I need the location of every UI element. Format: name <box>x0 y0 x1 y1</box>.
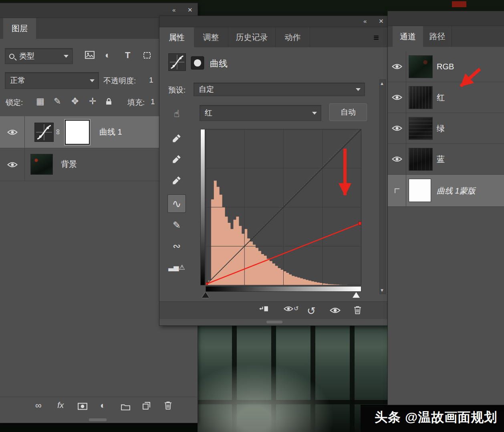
channel-dropdown[interactable]: 红 <box>200 105 321 121</box>
edit-points-tool[interactable]: ∿ <box>167 194 186 213</box>
properties-panel: « ✕ 属性 调整 历史记录 动作 ≡ 曲线 预设: <box>159 16 388 325</box>
lock-all-icon[interactable] <box>106 97 112 107</box>
layer-visibility-toggle[interactable] <box>0 116 25 148</box>
channel-visibility-toggle[interactable] <box>388 113 406 143</box>
collapse-panel-icon[interactable]: « <box>172 6 175 14</box>
channel-name: 曲线 1蒙版 <box>437 185 476 196</box>
layer-mask-thumbnail[interactable] <box>65 120 90 145</box>
blend-mode-dropdown[interactable]: 正常 <box>5 72 99 89</box>
tab-paths[interactable]: 路径 <box>423 26 452 47</box>
opacity-value[interactable]: 1 <box>149 76 153 85</box>
eye-icon <box>392 125 402 131</box>
new-layer-icon[interactable] <box>143 402 150 412</box>
channels-panel-header <box>388 11 504 26</box>
channel-visibility-toggle[interactable] <box>388 51 406 82</box>
panel-resize-handle[interactable] <box>266 321 282 323</box>
delete-layer-icon[interactable] <box>164 401 172 412</box>
auto-button[interactable]: 自动 <box>329 103 367 121</box>
layer-name[interactable]: 曲线 1 <box>99 127 122 137</box>
lock-position-icon[interactable]: ✥ <box>71 96 79 107</box>
curves-adjustment-thumbnail[interactable] <box>34 123 54 142</box>
toggle-visibility-button[interactable] <box>330 307 341 314</box>
curve-point[interactable] <box>359 222 361 225</box>
mask-channel-thumbnail <box>409 179 431 202</box>
targeted-adjustment-tool[interactable]: ☝ <box>167 105 186 123</box>
tab-properties[interactable]: 属性 <box>159 27 194 47</box>
eye-icon <box>392 63 402 70</box>
gray-point-eyedropper[interactable] <box>167 150 186 168</box>
smooth-icon: ∾ <box>173 240 181 252</box>
scroll-up-arrow[interactable]: ▲ <box>380 81 385 86</box>
layer-style-fx-icon[interactable]: fx <box>57 400 64 410</box>
new-group-icon[interactable] <box>121 402 130 413</box>
document-photo <box>198 325 388 432</box>
lock-artboard-icon[interactable]: ✛ <box>89 96 96 107</box>
channel-thumbnail <box>409 148 433 171</box>
black-point-eyedropper[interactable] <box>167 129 186 147</box>
filter-pixel-layers-icon[interactable] <box>85 51 95 61</box>
tab-history[interactable]: 历史记录 <box>228 27 276 47</box>
channel-visibility-toggle[interactable] <box>388 82 406 113</box>
opacity-label: 不透明度: <box>103 76 136 86</box>
tab-layers[interactable]: 图层 <box>3 18 36 39</box>
eye-icon <box>7 129 18 135</box>
lock-pixels-icon[interactable]: ✎ <box>54 96 61 107</box>
view-previous-state-button[interactable]: ↺ <box>284 305 299 312</box>
eyedropper-icon <box>172 155 181 164</box>
channel-row-red[interactable]: 红 <box>388 82 504 113</box>
channel-row-rgb[interactable]: RGB <box>388 51 504 82</box>
preset-label: 预设: <box>168 85 185 95</box>
collapse-panel-icon[interactable]: « <box>363 17 367 25</box>
fill-label: 填充: <box>127 97 145 108</box>
layer-mask-link-icon[interactable]: ∞ <box>54 129 62 135</box>
eye-icon <box>392 156 402 162</box>
layer-visibility-toggle[interactable] <box>0 148 25 181</box>
fill-value[interactable]: 1 <box>151 97 155 106</box>
close-panel-icon[interactable]: ✕ <box>379 17 384 25</box>
reset-adjustment-button[interactable]: ↺ <box>307 305 316 317</box>
input-gradient-bar <box>206 286 361 292</box>
layer-filter-type-dropdown[interactable]: 类型 <box>5 48 73 64</box>
shadow-input-slider[interactable] <box>202 292 209 298</box>
filter-shape-layers-icon[interactable] <box>143 51 151 61</box>
link-layers-icon[interactable]: ∞ <box>35 400 42 411</box>
channel-row-blue[interactable]: 蓝 <box>388 144 504 175</box>
lock-transparency-icon[interactable]: ▦ <box>36 96 44 107</box>
tab-channels[interactable]: 通道 <box>393 26 423 47</box>
preset-dropdown[interactable]: 自定 <box>194 83 365 96</box>
highlight-input-slider[interactable] <box>353 292 360 298</box>
pencil-tool[interactable]: ✎ <box>167 216 186 234</box>
smooth-curve-tool[interactable]: ∾ <box>167 237 186 255</box>
scrollbar-track[interactable] <box>379 79 386 294</box>
channel-row-green[interactable]: 绿 <box>388 113 504 144</box>
background-layer-thumbnail[interactable] <box>30 154 53 175</box>
filter-adjustment-layers-icon[interactable]: ◐ <box>105 50 110 61</box>
panel-resize-handle[interactable] <box>89 418 107 421</box>
filter-type-layers-icon[interactable]: T <box>125 50 130 61</box>
tab-adjustments[interactable]: 调整 <box>194 27 228 47</box>
channel-visibility-toggle[interactable] <box>388 175 406 206</box>
histogram-clipping-toggle[interactable]: ▃▅⚠ <box>167 258 186 276</box>
close-panel-icon[interactable]: ✕ <box>187 6 193 14</box>
channel-visibility-toggle[interactable] <box>388 144 406 174</box>
add-layer-mask-icon[interactable] <box>78 402 87 412</box>
delete-adjustment-button[interactable] <box>354 306 361 314</box>
layer-name[interactable]: 背景 <box>61 159 77 170</box>
channels-panel: 通道 路径 RGB 红 绿 <box>388 11 504 405</box>
curves-badge <box>168 53 186 71</box>
eye-icon <box>7 161 18 168</box>
photo-red-sign <box>452 1 466 7</box>
new-adjustment-layer-icon[interactable]: ◐ <box>100 400 105 411</box>
tab-actions[interactable]: 动作 <box>276 27 310 47</box>
channel-thumbnail <box>409 86 433 109</box>
clip-to-layer-button[interactable] <box>258 305 269 313</box>
channel-row-curves-mask[interactable]: 曲线 1蒙版 <box>388 175 504 207</box>
curves-plot[interactable] <box>206 129 361 285</box>
scroll-down-arrow[interactable]: ▼ <box>380 288 385 293</box>
white-point-eyedropper[interactable] <box>167 172 186 189</box>
channels-tabrow: 通道 路径 <box>388 26 504 47</box>
chevron-down-icon <box>312 112 317 115</box>
panel-menu-icon[interactable]: ≡ <box>373 32 379 43</box>
history-arrow-icon: ↺ <box>294 305 299 312</box>
search-icon <box>9 54 14 59</box>
